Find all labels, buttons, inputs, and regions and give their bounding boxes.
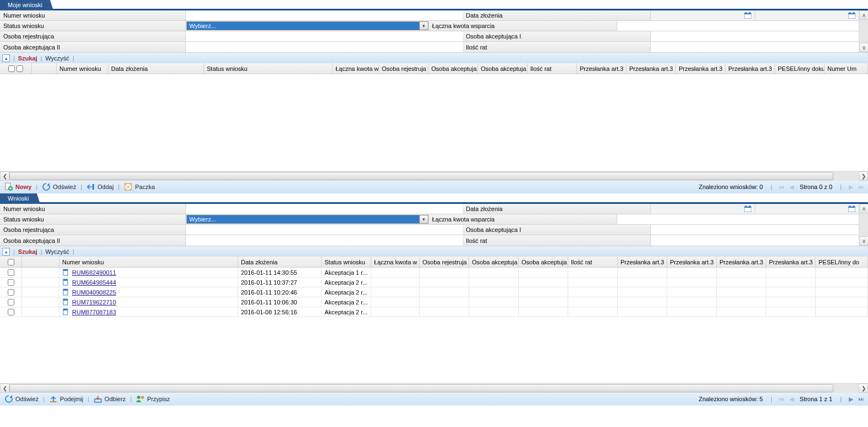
col-prz4[interactable]: Przesłanka art.3 — [766, 257, 816, 267]
wniosek-link[interactable]: RUM682490011 — [72, 269, 116, 276]
row-checkbox[interactable] — [8, 309, 14, 315]
table-row[interactable]: RUM7196227102016-01-11 10:06:30Akceptacj… — [0, 297, 868, 307]
scroll-right-icon[interactable]: ❯ — [859, 171, 868, 181]
row-checkbox[interactable] — [8, 279, 14, 286]
scroll-right-icon[interactable]: ❯ — [859, 384, 868, 393]
last-page-icon[interactable]: ⏭ — [857, 183, 865, 191]
input-numer-2[interactable] — [186, 204, 463, 214]
clear-button-2[interactable]: Wyczyść — [46, 248, 69, 255]
wniosek-link[interactable]: RUM877087183 — [72, 309, 116, 315]
col-osakc[interactable]: Osoba akceptuja — [469, 257, 519, 267]
wniosek-link[interactable]: RUM719622710 — [72, 299, 116, 306]
checkbox-all-1b[interactable] — [17, 65, 23, 72]
package-button[interactable]: Paczka — [123, 182, 156, 191]
col-prz1[interactable]: Przesłanka art.3 — [577, 63, 627, 74]
col-osakc2[interactable]: Osoba akceptuja — [519, 257, 568, 267]
wniosek-link[interactable]: RUM664985444 — [72, 279, 116, 286]
first-page-icon[interactable]: ⏮ — [778, 183, 785, 191]
chevron-down-icon[interactable]: ▾ — [420, 21, 428, 30]
col-osrej[interactable]: Osoba rejestruja — [420, 257, 469, 267]
col-prz2[interactable]: Przesłanka art.3 — [667, 257, 717, 267]
scroll-left-icon[interactable]: ❮ — [0, 384, 9, 393]
chevron-down-icon[interactable]: ▾ — [420, 215, 428, 224]
col-prz3[interactable]: Przesłanka art.3 — [676, 63, 726, 74]
input-ilosc-rat-2[interactable] — [651, 235, 859, 246]
table-row[interactable]: RUM6824900112016-01-11 14:30:55Akceptacj… — [0, 268, 868, 278]
col-status[interactable]: Status wniosku — [204, 63, 333, 74]
scroll-left-icon[interactable]: ❮ — [0, 171, 9, 181]
tab-wnioski[interactable]: Wnioski — [0, 193, 37, 204]
collapse-icon[interactable]: ▴ — [2, 248, 10, 256]
calendar-icon[interactable] — [744, 206, 751, 212]
col-data[interactable]: Data złożenia — [238, 257, 322, 267]
input-ilosc-rat-1[interactable] — [651, 42, 859, 52]
input-osoba-akc2-1[interactable] — [186, 42, 463, 52]
input-kwota-1[interactable] — [617, 21, 859, 31]
col-osrej[interactable]: Osoba rejestruja — [379, 63, 428, 74]
col-pesel[interactable]: PESEL/inny doku — [775, 63, 825, 74]
col-status[interactable]: Status wniosku — [322, 257, 371, 267]
give-back-button[interactable]: Oddaj — [85, 182, 114, 191]
input-osoba-akc1-1[interactable] — [651, 31, 859, 41]
col-prz2[interactable]: Przesłanka art.3 — [627, 63, 676, 74]
next-page-icon[interactable]: ▶ — [847, 183, 855, 191]
assign-button[interactable]: Przypisz — [135, 395, 171, 403]
tab-moje-wnioski[interactable]: Moje wnioski — [0, 0, 50, 10]
input-osoba-akc1-2[interactable] — [651, 225, 859, 235]
search-button-1[interactable]: Szukaj — [18, 55, 37, 62]
receive-button[interactable]: Odbierz — [92, 395, 127, 403]
input-numer-1[interactable] — [186, 10, 463, 20]
col-prz4[interactable]: Przesłanka art.3 — [726, 63, 775, 74]
row-checkbox[interactable] — [8, 269, 14, 276]
col-prz3[interactable]: Przesłanka art.3 — [717, 257, 766, 267]
col-numer[interactable]: Numer wniosku — [57, 63, 108, 74]
search-button-2[interactable]: Szukaj — [18, 248, 37, 255]
input-osoba-akc2-2[interactable] — [186, 235, 463, 246]
scroll-up-icon[interactable]: ∧ — [859, 204, 868, 213]
prev-page-icon[interactable]: ◀ — [788, 183, 795, 191]
grid2-hscroll[interactable]: ❮ ❯ — [0, 383, 868, 392]
col-prz1[interactable]: Przesłanka art.3 — [618, 257, 667, 267]
col-pesel[interactable]: PESEL/inny do — [816, 257, 868, 267]
scroll-up-icon[interactable]: ∧ — [859, 10, 868, 20]
grid1-hscroll[interactable]: ❮ ❯ — [0, 171, 868, 180]
calendar-icon[interactable] — [848, 12, 855, 19]
collapse-icon[interactable]: ▴ — [2, 54, 10, 62]
clear-button-1[interactable]: Wyczyść — [46, 55, 69, 62]
scroll-down-icon[interactable]: ∨ — [859, 236, 868, 246]
row-checkbox[interactable] — [8, 289, 14, 296]
input-osoba-rej-2[interactable] — [186, 225, 463, 235]
last-page-icon[interactable]: ⏭ — [857, 395, 865, 403]
calendar-icon[interactable] — [848, 206, 855, 212]
next-page-icon[interactable]: ▶ — [847, 395, 855, 403]
refresh-button-1[interactable]: Odśwież — [41, 182, 77, 191]
col-kwota[interactable]: Łączna kwota w — [371, 257, 420, 267]
table-row[interactable]: RUM8770871832016-01-08 12:56:16Akceptacj… — [0, 307, 868, 317]
prev-page-icon[interactable]: ◀ — [788, 395, 795, 403]
table-row[interactable]: RUM6649854442016-01-11 10:37:27Akceptacj… — [0, 278, 868, 287]
col-ilosc[interactable]: Ilość rat — [528, 63, 577, 74]
take-button[interactable]: Podejmij — [48, 395, 84, 403]
col-numer[interactable]: Numer wniosku — [59, 257, 238, 267]
col-osakc[interactable]: Osoba akceptuja — [428, 63, 478, 74]
col-data[interactable]: Data złożenia — [108, 63, 204, 74]
col-ilosc[interactable]: Ilość rat — [568, 257, 618, 267]
select-status-1[interactable]: Wybierz... ▾ — [186, 21, 429, 31]
checkbox-all-1a[interactable] — [8, 65, 15, 72]
col-numum[interactable]: Numer Um — [825, 63, 868, 74]
input-osoba-rej-1[interactable] — [186, 31, 463, 41]
table-row[interactable]: RUM0409082252016-01-11 10:20:46Akceptacj… — [0, 287, 868, 297]
col-kwota[interactable]: Łączna kwota w — [333, 63, 379, 74]
wniosek-link[interactable]: RUM040908225 — [72, 289, 116, 296]
input-kwota-2[interactable] — [617, 214, 859, 224]
checkbox-all-2[interactable] — [8, 259, 14, 265]
calendar-icon[interactable] — [744, 12, 751, 19]
select-status-2[interactable]: Wybierz... ▾ — [186, 214, 429, 224]
row-checkbox[interactable] — [8, 299, 14, 306]
filter-vscroll-2[interactable]: ∧ ∨ — [859, 204, 868, 246]
first-page-icon[interactable]: ⏮ — [778, 395, 785, 403]
new-button[interactable]: Nowy — [3, 182, 32, 191]
refresh-button-2[interactable]: Odśwież — [3, 395, 40, 403]
scroll-down-icon[interactable]: ∨ — [859, 43, 868, 52]
filter-vscroll-1[interactable]: ∧ ∨ — [859, 10, 868, 52]
